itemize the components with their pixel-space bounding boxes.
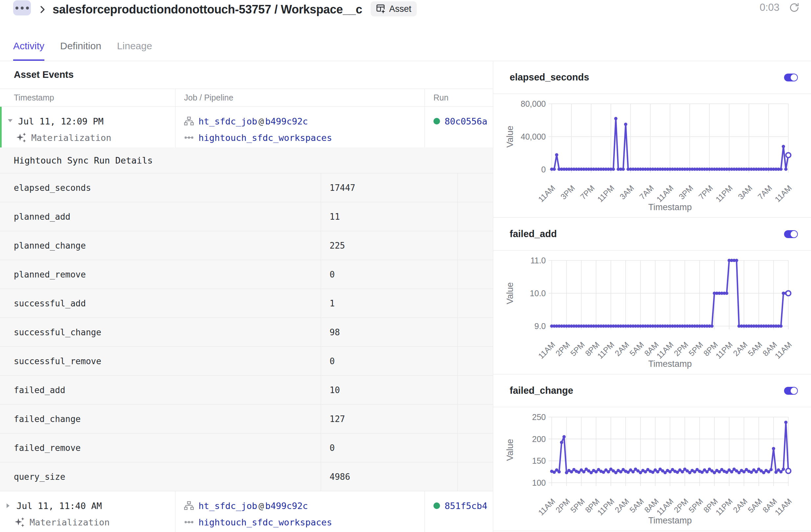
detail-row: successful_change98 xyxy=(0,317,493,346)
detail-empty-cell xyxy=(457,289,493,317)
job-link[interactable]: ht_sfdc_job@b499c92c xyxy=(198,501,308,511)
run-id-link[interactable]: 851f5cb4 xyxy=(445,501,487,511)
asset-badge-label: Asset xyxy=(389,4,411,14)
metrics-panel: elapsed_seconds040,00080,00011AM3PM7PM11… xyxy=(493,61,811,532)
detail-empty-cell xyxy=(457,405,493,433)
svg-text:5PM: 5PM xyxy=(687,497,705,514)
svg-text:11PM: 11PM xyxy=(714,340,734,360)
metric-title: elapsed_seconds xyxy=(510,72,589,83)
svg-text:250: 250 xyxy=(532,412,546,422)
svg-text:11AM: 11AM xyxy=(536,497,557,517)
metric-header: failed_add xyxy=(493,218,811,251)
detail-value: 10 xyxy=(321,376,457,404)
event-type-label: Materialization xyxy=(31,133,111,143)
svg-text:2AM: 2AM xyxy=(732,497,749,514)
svg-text:3AM: 3AM xyxy=(618,183,636,201)
detail-key: successful_remove xyxy=(0,347,321,375)
detail-empty-cell xyxy=(457,434,493,462)
tab-definition[interactable]: Definition xyxy=(60,41,101,61)
svg-text:9.0: 9.0 xyxy=(534,322,546,331)
metric-header: elapsed_seconds xyxy=(493,61,811,94)
event-timestamp: Jul 11, 11:40 AM xyxy=(16,501,102,511)
detail-key: planned_remove xyxy=(0,260,321,289)
detail-value: 17447 xyxy=(321,173,457,202)
svg-text:5AM: 5AM xyxy=(628,340,646,358)
svg-text:Value: Value xyxy=(505,282,515,304)
asset-events-panel: Asset Events Timestamp Job / Pipeline Ru… xyxy=(0,61,493,532)
svg-text:11AM: 11AM xyxy=(536,340,557,360)
detail-row: query_size4986 xyxy=(0,462,493,491)
tab-lineage[interactable]: Lineage xyxy=(117,41,152,61)
refresh-icon[interactable] xyxy=(789,2,800,13)
materialization-icon xyxy=(14,517,25,528)
line-chart: 9.010.011.011AM2PM5PM8PM11PM2AM5AM8AM11A… xyxy=(502,254,797,370)
detail-row: successful_remove0 xyxy=(0,346,493,375)
detail-key: query_size xyxy=(0,463,321,491)
pipeline-link[interactable]: hightouch_sfdc_workspaces xyxy=(198,133,332,143)
svg-text:7PM: 7PM xyxy=(697,183,715,201)
svg-text:5PM: 5PM xyxy=(687,340,705,358)
chart-area: 040,00080,00011AM3PM7PM11PM3AM7AM11AM3PM… xyxy=(493,94,811,217)
detail-empty-cell xyxy=(457,347,493,375)
svg-text:200: 200 xyxy=(532,435,546,444)
page-title[interactable]: salesforceproductiondonottouch-53757 / W… xyxy=(52,3,362,16)
detail-row: failed_remove0 xyxy=(0,433,493,462)
detail-key: successful_add xyxy=(0,289,321,317)
event-timestamp: Jul 11, 12:09 PM xyxy=(18,116,104,126)
tab-activity[interactable]: Activity xyxy=(13,41,44,61)
detail-row: failed_add10 xyxy=(0,375,493,404)
line-chart: 10015020025011AM2PM5PM8PM11PM2AM5AM8AM11… xyxy=(502,411,797,527)
svg-text:7AM: 7AM xyxy=(756,183,774,201)
svg-text:10.0: 10.0 xyxy=(530,289,546,298)
app-window: salesforceproductiondonottouch-53757 / W… xyxy=(0,0,811,532)
events-table-header: Timestamp Job / Pipeline Run xyxy=(0,89,493,107)
svg-text:11PM: 11PM xyxy=(595,340,616,360)
svg-text:150: 150 xyxy=(532,456,546,465)
detail-empty-cell xyxy=(457,202,493,231)
svg-text:2PM: 2PM xyxy=(672,340,690,358)
job-link[interactable]: ht_sfdc_job@b499c92c xyxy=(198,116,308,126)
asset-events-title: Asset Events xyxy=(0,61,493,89)
overflow-menu-button[interactable] xyxy=(13,0,31,15)
svg-text:11AM: 11AM xyxy=(536,183,557,204)
detail-value: 11 xyxy=(321,202,457,231)
event-row-expanded[interactable]: Jul 11, 12:09 PM Materialization xyxy=(0,107,493,147)
chevron-down-icon[interactable] xyxy=(7,118,14,124)
col-header-job: Job / Pipeline xyxy=(175,89,425,106)
metric-toggle[interactable] xyxy=(784,74,798,81)
detail-value: 98 xyxy=(321,318,457,346)
detail-key: elapsed_seconds xyxy=(0,173,321,202)
detail-key: failed_change xyxy=(0,405,321,433)
detail-empty-cell xyxy=(457,231,493,260)
materialization-icon xyxy=(16,132,27,143)
chevron-right-icon[interactable] xyxy=(5,502,11,510)
event-type-label: Materialization xyxy=(30,517,110,528)
detail-row: planned_change225 xyxy=(0,231,493,260)
asset-group-dots-icon xyxy=(184,517,194,527)
details-title: Hightouch Sync Run Details xyxy=(0,147,493,173)
event-details: Hightouch Sync Run Details elapsed_secon… xyxy=(0,147,493,491)
refresh-timer: 0:03 xyxy=(760,2,779,14)
svg-text:80,000: 80,000 xyxy=(521,99,546,108)
svg-text:5AM: 5AM xyxy=(746,497,764,514)
detail-row: planned_add11 xyxy=(0,202,493,231)
chart-area: 10015020025011AM2PM5PM8PM11PM2AM5AM8AM11… xyxy=(493,407,811,531)
svg-text:Timestamp: Timestamp xyxy=(648,516,692,526)
breadcrumb-chevron-icon xyxy=(38,4,47,14)
metric-toggle[interactable] xyxy=(784,230,798,238)
event-row-collapsed[interactable]: Jul 11, 11:40 AM Materialization xyxy=(0,491,493,532)
chart-area: 9.010.011.011AM2PM5PM8PM11PM2AM5AM8AM11A… xyxy=(493,251,811,374)
detail-key: planned_add xyxy=(0,202,321,231)
svg-text:2PM: 2PM xyxy=(672,497,690,514)
svg-text:2PM: 2PM xyxy=(554,497,572,514)
run-status-dot xyxy=(433,118,440,124)
detail-key: failed_remove xyxy=(0,434,321,462)
svg-text:7PM: 7PM xyxy=(579,183,596,201)
metric-toggle[interactable] xyxy=(784,387,798,395)
svg-text:0: 0 xyxy=(541,165,546,174)
detail-key: planned_change xyxy=(0,231,321,260)
run-id-link[interactable]: 80c0556a xyxy=(445,116,487,126)
job-icon xyxy=(184,116,194,126)
svg-text:5PM: 5PM xyxy=(569,497,586,514)
pipeline-link[interactable]: hightouch_sfdc_workspaces xyxy=(198,517,332,528)
